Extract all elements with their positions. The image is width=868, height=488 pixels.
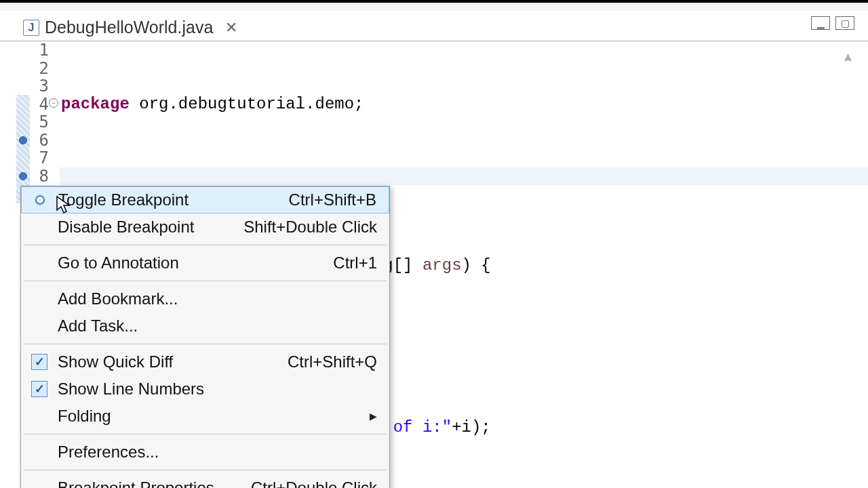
menu-label: Disable Breakpoint [58, 218, 243, 237]
menu-label: Go to Annotation [58, 253, 333, 272]
maximize-button[interactable]: ▢ [835, 16, 854, 30]
menu-separator [24, 434, 387, 434]
gutter-context-menu: Toggle Breakpoint Ctrl+Shift+B Disable B… [20, 186, 390, 488]
menu-label: Toggle Breakpoint [58, 190, 289, 209]
menu-label: Add Task... [58, 317, 377, 336]
top-spacer [0, 3, 868, 11]
menu-folding[interactable]: Folding ▶ [21, 403, 389, 430]
check-icon: ✓ [21, 381, 58, 397]
menu-breakpoint-properties[interactable]: Breakpoint Properties... Ctrl+Double Cli… [21, 474, 389, 488]
menu-toggle-breakpoint[interactable]: Toggle Breakpoint Ctrl+Shift+B [21, 186, 389, 214]
menu-shortcut: Ctrl+Shift+B [289, 190, 376, 209]
menu-disable-breakpoint[interactable]: Disable Breakpoint Shift+Double Click [21, 214, 389, 241]
breakpoint-icon [22, 195, 58, 205]
menu-label: Show Line Numbers [58, 380, 377, 399]
menu-shortcut: Shift+Double Click [243, 218, 377, 237]
code-text: ) { [462, 256, 491, 274]
parameter: args [422, 256, 462, 274]
menu-shortcut: Ctrl+1 [333, 253, 377, 272]
menu-label: Breakpoint Properties... [58, 479, 251, 488]
menu-add-task[interactable]: Add Task... [21, 312, 389, 340]
menu-label: Show Quick Diff [58, 352, 288, 371]
line-number-column: 1 2 3 4 5 6 7 8 [33, 41, 52, 185]
line-number: 5 [33, 113, 52, 131]
menu-separator [24, 281, 387, 281]
menu-label: Preferences... [58, 443, 377, 462]
menu-goto-annotation[interactable]: Go to Annotation Ctrl+1 [21, 249, 389, 277]
close-icon[interactable]: ✕ [225, 19, 237, 37]
line-number: 7 [33, 149, 52, 167]
minimize-button[interactable]: ▁ [811, 16, 830, 30]
menu-show-line-numbers[interactable]: ✓ Show Line Numbers [21, 375, 389, 403]
menu-shortcut: Ctrl+Shift+Q [288, 352, 377, 371]
code-text: org.debugtutorial.demo; [130, 95, 364, 113]
line-number: 3 [33, 77, 52, 96]
menu-separator [24, 470, 387, 470]
check-icon: ✓ [21, 354, 58, 370]
menu-shortcut: Ctrl+Double Click [251, 479, 377, 488]
line-number: 6 [33, 131, 52, 150]
keyword: package [61, 95, 130, 113]
menu-label: Add Bookmark... [58, 289, 377, 308]
java-file-icon: J [23, 20, 39, 36]
file-tab[interactable]: J DebugHelloWorld.java ✕ [16, 15, 244, 40]
line-number: 4 [33, 96, 52, 114]
breakpoint-marker[interactable] [19, 172, 27, 180]
line-number: 1 [33, 41, 52, 60]
submenu-arrow-icon: ▶ [370, 411, 377, 422]
breakpoint-marker[interactable] [19, 136, 27, 144]
menu-separator [24, 245, 387, 245]
line-number: 8 [33, 167, 52, 186]
current-line-highlight [60, 167, 868, 186]
line-number: 2 [33, 60, 52, 78]
file-tab-label: DebugHelloWorld.java [45, 18, 213, 37]
menu-label: Folding [58, 407, 370, 426]
editor-tab-bar: J DebugHelloWorld.java ✕ [0, 11, 868, 41]
menu-show-quick-diff[interactable]: ✓ Show Quick Diff Ctrl+Shift+Q [21, 348, 389, 375]
menu-separator [24, 344, 387, 344]
menu-preferences[interactable]: Preferences... [21, 439, 389, 466]
window-controls: ▁ ▢ [806, 16, 854, 30]
menu-add-bookmark[interactable]: Add Bookmark... [21, 285, 389, 312]
code-text: +i); [452, 418, 491, 436]
